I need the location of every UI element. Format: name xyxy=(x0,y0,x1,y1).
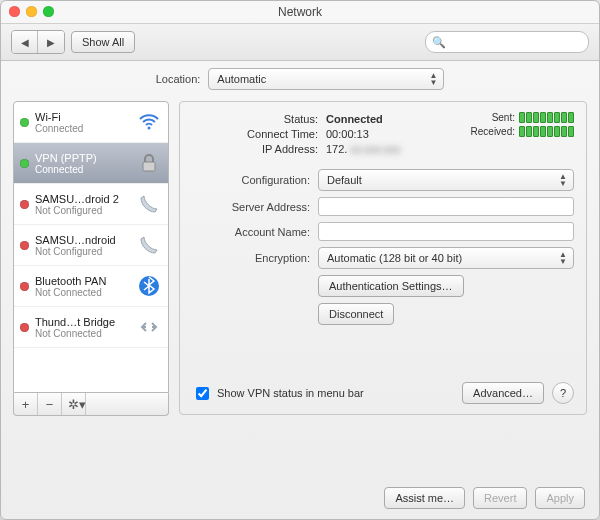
status-dot-icon xyxy=(20,159,29,168)
sidebar-item-label: SAMSU…ndroid xyxy=(35,234,130,246)
config-label: Configuration: xyxy=(192,174,310,186)
back-button[interactable]: ◀ xyxy=(12,31,38,53)
assist-button[interactable]: Assist me… xyxy=(384,487,465,509)
interface-list[interactable]: Wi-Fi Connected VPN (PPTP) Connected xyxy=(13,101,169,393)
lock-icon xyxy=(136,150,162,176)
chevron-updown-icon: ▲▼ xyxy=(559,251,567,265)
sidebar-item-label: Bluetooth PAN xyxy=(35,275,130,287)
close-icon[interactable] xyxy=(9,6,20,17)
location-value: Automatic xyxy=(217,73,266,85)
nav-segment: ◀ ▶ xyxy=(11,30,65,54)
revert-button[interactable]: Revert xyxy=(473,487,527,509)
status-dot-icon xyxy=(20,200,29,209)
advanced-button[interactable]: Advanced… xyxy=(462,382,544,404)
account-name-input[interactable] xyxy=(318,222,574,241)
account-label: Account Name: xyxy=(192,226,310,238)
chevron-updown-icon: ▲▼ xyxy=(429,72,437,86)
auth-settings-button[interactable]: Authentication Settings… xyxy=(318,275,464,297)
search-input[interactable] xyxy=(450,35,582,49)
sidebar-item-sub: Not Connected xyxy=(35,328,130,339)
sidebar-item-bluetooth[interactable]: Bluetooth PAN Not Connected xyxy=(14,266,168,307)
bluetooth-icon xyxy=(136,273,162,299)
sidebar-item-sub: Not Configured xyxy=(35,246,130,257)
window-controls xyxy=(9,6,54,17)
minimize-icon[interactable] xyxy=(26,6,37,17)
config-value: Default xyxy=(327,174,362,186)
status-dot-icon xyxy=(20,241,29,250)
bridge-icon xyxy=(136,314,162,340)
encryption-label: Encryption: xyxy=(192,252,310,264)
ip-label: IP Address: xyxy=(192,142,318,157)
phone-icon xyxy=(136,191,162,217)
status-dot-icon xyxy=(20,118,29,127)
sidebar-item-samsung2[interactable]: SAMSU…droid 2 Not Configured xyxy=(14,184,168,225)
footer: Assist me… Revert Apply xyxy=(384,487,585,509)
content: Wi-Fi Connected VPN (PPTP) Connected xyxy=(1,97,599,426)
received-label: Received: xyxy=(471,126,515,137)
show-vpn-label: Show VPN status in menu bar xyxy=(217,387,364,399)
connect-time-label: Connect Time: xyxy=(192,127,318,142)
sent-label: Sent: xyxy=(492,112,515,123)
traffic-block: Sent: Received: xyxy=(471,112,574,140)
status-label: Status: xyxy=(192,112,318,127)
status-value: Connected xyxy=(326,112,401,127)
sidebar-item-wifi[interactable]: Wi-Fi Connected xyxy=(14,102,168,143)
server-address-input[interactable] xyxy=(318,197,574,216)
titlebar: Network xyxy=(1,1,599,24)
sidebar-item-samsung[interactable]: SAMSU…ndroid Not Configured xyxy=(14,225,168,266)
encryption-select[interactable]: Automatic (128 bit or 40 bit) ▲▼ xyxy=(318,247,574,269)
phone-icon xyxy=(136,232,162,258)
forward-button[interactable]: ▶ xyxy=(38,31,64,53)
sidebar-item-label: Thund…t Bridge xyxy=(35,316,130,328)
sidebar-item-sub: Not Configured xyxy=(35,205,130,216)
wifi-icon xyxy=(136,109,162,135)
location-row: Location: Automatic ▲▼ xyxy=(1,61,599,97)
sent-bars-icon xyxy=(519,112,574,123)
location-label: Location: xyxy=(156,73,201,85)
remove-interface-button[interactable]: − xyxy=(38,393,62,415)
sidebar-item-sub: Connected xyxy=(35,123,130,134)
action-menu-button[interactable]: ✲▾ xyxy=(62,393,86,415)
location-select[interactable]: Automatic ▲▼ xyxy=(208,68,444,90)
sidebar-item-thunderbolt[interactable]: Thund…t Bridge Not Connected xyxy=(14,307,168,348)
sidebar-item-label: Wi-Fi xyxy=(35,111,130,123)
status-dot-icon xyxy=(20,282,29,291)
chevron-updown-icon: ▲▼ xyxy=(559,173,567,187)
detail-panel: Sent: Received: Status: Connect Time: IP… xyxy=(179,101,587,415)
zoom-icon[interactable] xyxy=(43,6,54,17)
add-interface-button[interactable]: + xyxy=(14,393,38,415)
show-all-button[interactable]: Show All xyxy=(71,31,135,53)
list-toolbar: + − ✲▾ xyxy=(13,393,169,416)
sidebar-item-label: SAMSU…droid 2 xyxy=(35,193,130,205)
sidebar-item-vpn[interactable]: VPN (PPTP) Connected xyxy=(14,143,168,184)
svg-point-0 xyxy=(148,127,151,130)
sidebar-item-sub: Connected xyxy=(35,164,130,175)
encryption-value: Automatic (128 bit or 40 bit) xyxy=(327,252,462,264)
server-label: Server Address: xyxy=(192,201,310,213)
search-icon: 🔍 xyxy=(432,36,446,49)
ip-redacted: xx.xxx.xxx xyxy=(350,143,400,155)
window-title: Network xyxy=(278,5,322,19)
show-vpn-checkbox[interactable]: Show VPN status in menu bar xyxy=(192,384,364,403)
network-prefs-window: Network ◀ ▶ Show All 🔍 Location: Automat… xyxy=(0,0,600,520)
toolbar: ◀ ▶ Show All 🔍 xyxy=(1,24,599,61)
configuration-select[interactable]: Default ▲▼ xyxy=(318,169,574,191)
apply-button[interactable]: Apply xyxy=(535,487,585,509)
status-dot-icon xyxy=(20,323,29,332)
svg-rect-1 xyxy=(143,162,155,171)
show-vpn-input[interactable] xyxy=(196,387,209,400)
search-field[interactable]: 🔍 xyxy=(425,31,589,53)
disconnect-button[interactable]: Disconnect xyxy=(318,303,394,325)
sidebar: Wi-Fi Connected VPN (PPTP) Connected xyxy=(13,101,169,416)
help-button[interactable]: ? xyxy=(552,382,574,404)
sidebar-item-sub: Not Connected xyxy=(35,287,130,298)
received-bars-icon xyxy=(519,126,574,137)
connect-time-value: 00:00:13 xyxy=(326,127,401,142)
ip-value: 172. xyxy=(326,143,350,155)
sidebar-item-label: VPN (PPTP) xyxy=(35,152,130,164)
